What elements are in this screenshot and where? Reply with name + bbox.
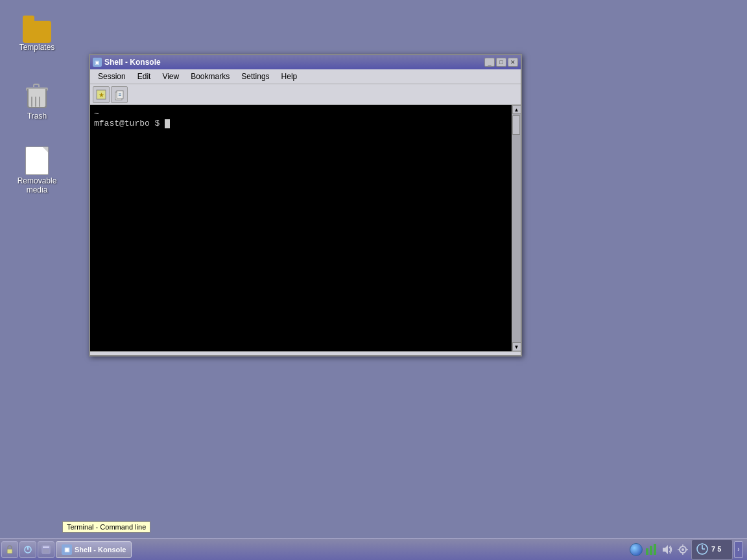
svg-point-16 [682,548,684,551]
scroll-track[interactable] [512,114,521,342]
toolbar-new-session-btn[interactable]: ★ [93,86,110,103]
taskbar-konsole-label: Shell - Konsole [75,546,126,554]
konsole-titlebar[interactable]: ▣ Shell - Konsole _ □ ✕ [90,55,521,69]
power-button[interactable] [19,541,36,558]
taskbar-clock: 7 5 [691,539,733,560]
svg-rect-9 [43,546,49,548]
konsole-statusbar [90,351,521,355]
minimize-button[interactable]: _ [484,58,495,67]
system-tray: 7 5 › [626,539,746,560]
network-monitor-icon[interactable] [645,542,659,557]
removable-icon-img [21,145,53,176]
taskbar-konsole-button[interactable]: ▣ Shell - Konsole [56,541,132,558]
menu-view[interactable]: View [157,71,184,82]
settings-icon[interactable] [676,542,690,557]
maximize-button[interactable]: □ [496,58,506,67]
lock-button[interactable] [1,541,18,558]
templates-icon[interactable]: Templates [11,13,63,54]
taskbar-konsole-icon: ▣ [62,544,72,555]
terminal-line-1: ~ [94,109,508,119]
menu-session[interactable]: Session [93,71,131,82]
scroll-thumb[interactable] [512,115,520,135]
terminal-output[interactable]: ~ mfast@turbo $ [90,105,512,351]
konsole-title-icon: ▣ [93,58,102,67]
removable-media-icon[interactable]: Removablemedia [11,143,63,198]
tooltip: Terminal - Command line [62,521,150,533]
menu-edit[interactable]: Edit [132,71,156,82]
scroll-up-arrow[interactable]: ▲ [512,105,521,114]
svg-rect-13 [654,544,656,555]
taskbar: ▣ Shell - Konsole [0,538,747,560]
scroll-down-arrow[interactable]: ▼ [512,342,521,351]
menu-bookmarks[interactable]: Bookmarks [185,71,235,82]
folder-icon [21,16,53,43]
globe-icon[interactable] [629,542,643,557]
templates-label: Templates [19,43,55,52]
trash-icon[interactable]: Trash [11,78,63,123]
toolbar-copy-btn[interactable]: ≡ [111,86,128,103]
browser-button[interactable] [38,541,54,558]
scrollbar[interactable]: ▲ ▼ [512,105,521,351]
terminal-cursor [165,119,170,128]
svg-rect-11 [646,548,648,555]
konsole-window: ▣ Shell - Konsole _ □ ✕ Session Edit Vie… [89,54,522,356]
konsole-menubar: Session Edit View Bookmarks Settings Hel… [90,69,521,84]
desktop: Templates Trash Re [0,0,747,560]
trash-label: Trash [27,111,47,121]
trash-icon-img [21,80,53,111]
terminal-area: ~ mfast@turbo $ ▲ ▼ [90,105,521,351]
konsole-title-text: Shell - Konsole [104,58,483,67]
konsole-toolbar: ★ ≡ [90,84,521,105]
svg-text:≡: ≡ [119,92,122,98]
svg-rect-5 [7,549,12,554]
svg-marker-14 [663,545,668,554]
svg-text:★: ★ [99,91,104,99]
removable-label: Removablemedia [18,176,57,195]
menu-help[interactable]: Help [276,71,303,82]
svg-rect-12 [650,546,652,555]
svg-text:7 5: 7 5 [711,545,721,553]
tray-expand-arrow[interactable]: › [734,541,743,558]
terminal-line-2: mfast@turbo $ [94,119,508,128]
volume-icon[interactable] [660,542,674,557]
svg-rect-10 [43,549,49,553]
close-button[interactable]: ✕ [508,58,518,67]
menu-settings[interactable]: Settings [236,71,274,82]
